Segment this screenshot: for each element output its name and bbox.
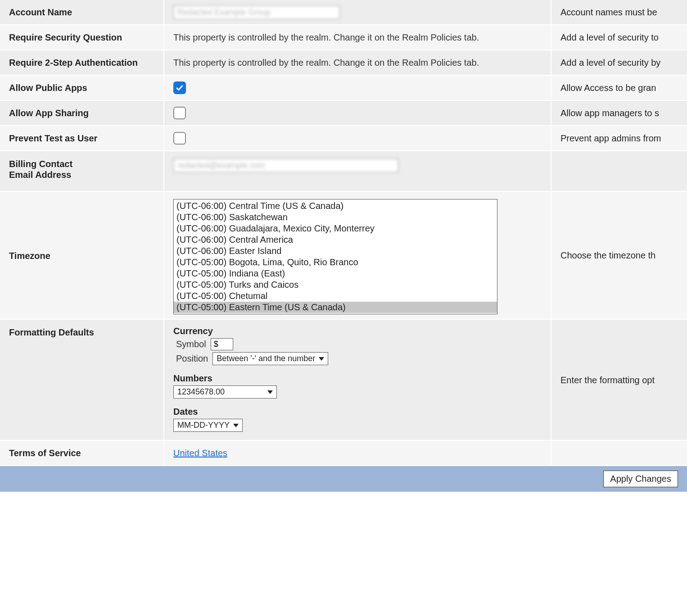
value-account-name (164, 0, 551, 24)
row-formatting-defaults: Formatting Defaults Currency Symbol Posi… (0, 320, 687, 441)
help-require-2step: Add a level of security by (551, 50, 687, 75)
value-timezone: (UTC-06:00) Central Time (US & Canada)(U… (164, 192, 551, 319)
footer-bar: Apply Changes (0, 466, 687, 492)
timezone-option[interactable]: (UTC-05:00) Eastern Time (US & Canada) (174, 302, 497, 313)
label-formatting-defaults: Formatting Defaults (0, 320, 164, 440)
row-require-2step: Require 2-Step Authentication This prope… (0, 50, 687, 76)
timezone-option[interactable]: (UTC-06:00) Central America (174, 234, 497, 245)
help-timezone: Choose the timezone th (551, 192, 687, 319)
timezone-option[interactable]: (UTC-06:00) Easter Island (174, 245, 497, 257)
currency-symbol-input[interactable] (211, 338, 233, 350)
row-timezone: Timezone (UTC-06:00) Central Time (US & … (0, 192, 687, 320)
numbers-heading: Numbers (173, 373, 542, 384)
account-name-input[interactable] (173, 5, 340, 19)
timezone-listbox[interactable]: (UTC-06:00) Central Time (US & Canada)(U… (173, 199, 497, 314)
currency-position-select[interactable]: Between '-' and the number (212, 352, 328, 365)
row-prevent-test-as-user: Prevent Test as User Prevent app admins … (0, 126, 687, 151)
check-icon (176, 84, 184, 92)
settings-table: Account Name Account names must be Requi… (0, 0, 687, 466)
label-allow-app-sharing: Allow App Sharing (0, 101, 164, 125)
value-require-security-question: This property is controlled by the realm… (164, 25, 551, 50)
apply-changes-button[interactable]: Apply Changes (603, 471, 678, 487)
terms-of-service-link[interactable]: United States (173, 448, 227, 458)
row-allow-public-apps: Allow Public Apps Allow Access to be gra… (0, 76, 687, 101)
row-terms-of-service: Terms of Service United States (0, 441, 687, 466)
label-prevent-test-as-user: Prevent Test as User (0, 126, 164, 150)
timezone-option[interactable]: (UTC-06:00) Guadalajara, Mexico City, Mo… (174, 223, 497, 234)
label-billing-email: Billing Contact Email Address (0, 151, 164, 191)
prevent-test-as-user-checkbox[interactable] (173, 132, 186, 145)
value-require-2step: This property is controlled by the realm… (164, 50, 551, 75)
help-formatting-defaults: Enter the formatting opt (551, 320, 687, 440)
help-prevent-test-as-user: Prevent app admins from (551, 126, 687, 150)
help-billing-email (551, 151, 687, 191)
value-terms-of-service: United States (164, 441, 551, 465)
allow-public-apps-checkbox[interactable] (173, 82, 186, 94)
row-allow-app-sharing: Allow App Sharing Allow app managers to … (0, 101, 687, 126)
date-format-select[interactable]: MM-DD-YYYY (173, 419, 243, 432)
timezone-option[interactable]: (UTC-06:00) Central Time (US & Canada) (174, 200, 497, 212)
timezone-option[interactable]: (UTC-05:00) Chetumal (174, 290, 497, 302)
value-billing-email (164, 151, 551, 191)
dates-heading: Dates (173, 407, 542, 417)
help-allow-app-sharing: Allow app managers to s (551, 101, 687, 125)
currency-heading: Currency (173, 326, 542, 336)
row-billing-email: Billing Contact Email Address (0, 151, 687, 192)
label-require-security-question: Require Security Question (0, 25, 164, 50)
timezone-option[interactable]: (UTC-05:00) Turks and Caicos (174, 279, 497, 290)
numbers-format-select[interactable]: 12345678.00 (173, 385, 277, 399)
timezone-option[interactable]: (UTC-06:00) Saskatchewan (174, 212, 497, 223)
value-allow-public-apps (164, 76, 551, 100)
value-allow-app-sharing (164, 101, 551, 125)
label-account-name: Account Name (0, 0, 164, 24)
help-account-name: Account names must be (551, 0, 687, 24)
row-account-name: Account Name Account names must be (0, 0, 687, 25)
row-require-security-question: Require Security Question This property … (0, 25, 687, 50)
timezone-option[interactable]: (UTC-05:00) Bogota, Lima, Quito, Rio Bra… (174, 257, 497, 268)
help-require-security-question: Add a level of security to (551, 25, 687, 50)
timezone-option[interactable]: (UTC-05:00) Indiana (East) (174, 268, 497, 279)
value-prevent-test-as-user (164, 126, 551, 150)
label-require-2step: Require 2-Step Authentication (0, 50, 164, 75)
help-terms-of-service (551, 441, 687, 465)
allow-app-sharing-checkbox[interactable] (173, 107, 186, 119)
help-allow-public-apps: Allow Access to be gran (551, 76, 687, 100)
label-terms-of-service: Terms of Service (0, 441, 164, 465)
label-allow-public-apps: Allow Public Apps (0, 76, 164, 100)
currency-position-label: Position (176, 353, 208, 364)
currency-symbol-label: Symbol (176, 339, 206, 349)
value-formatting-defaults: Currency Symbol Position Between '-' and… (164, 320, 551, 440)
label-timezone: Timezone (0, 192, 164, 319)
billing-email-input[interactable] (173, 159, 398, 172)
